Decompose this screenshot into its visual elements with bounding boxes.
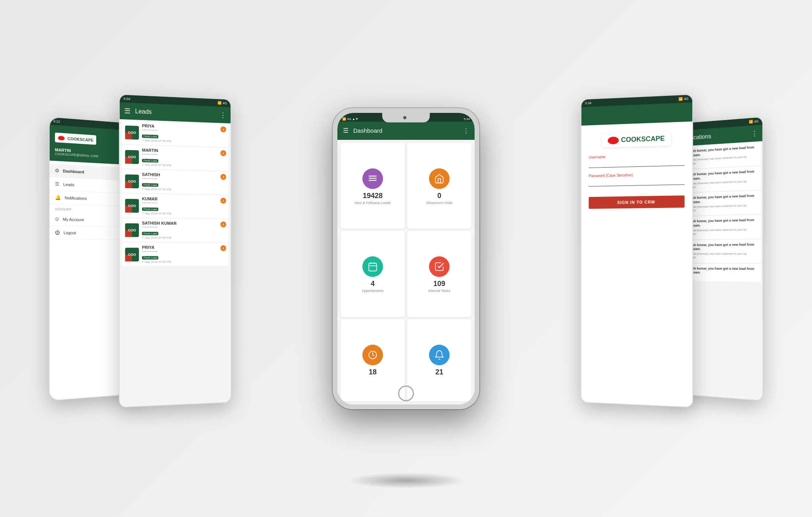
signin-logo-text: COOKSCAPE	[621, 134, 665, 144]
lead-badge-2: 4	[220, 174, 226, 179]
lead-info-1: MARTIN •••••••••• Fresh Lead 7 Sep 2018 …	[142, 147, 226, 168]
phone-center-inner: 📶 4G ▲▼ 5:34 ☰ Dashboard ⋮ 19428 New	[337, 113, 475, 404]
phone-notch	[382, 113, 430, 122]
leads-title: Leads	[135, 108, 220, 118]
myaccount-icon: ⊙	[55, 216, 59, 221]
lead-badge-5: 4	[220, 245, 226, 251]
dashboard-grid: 19428 New & Followup Leads 0 Showroom Vi…	[337, 140, 475, 404]
notif-content-4: Sathish kumar, you have got a new lead f…	[685, 242, 758, 260]
username-line	[589, 158, 685, 168]
lead-item-1[interactable]: COO MARTIN •••••••••• Fresh Lead 7 Sep 2…	[122, 145, 228, 170]
svg-point-3	[370, 176, 370, 176]
phone-signin: 5:34 📶 4G COOKSCAPE Username Password (C…	[581, 93, 693, 407]
dash-tasks-icon	[429, 256, 450, 277]
phone-center-outer: 📶 4G ▲▼ 5:34 ☰ Dashboard ⋮ 19428 New	[333, 108, 479, 409]
signin-body: COOKSCAPE Username Password (Case Sensit…	[581, 121, 692, 217]
dash-card-tasks[interactable]: 109 Internal Tasks	[407, 231, 471, 317]
notif-icon: 🔔	[55, 194, 61, 200]
password-line	[589, 177, 685, 187]
lead-badge-3: 4	[220, 197, 226, 203]
dashboard-menu-icon[interactable]: ☰	[343, 127, 349, 134]
svg-point-5	[370, 180, 370, 181]
notif-content-5: Sathish kumar, you have got a new lead f…	[685, 266, 758, 276]
dash-icon-6	[429, 345, 450, 365]
lead-coo-4: COO	[125, 223, 139, 237]
more-icon[interactable]: ⋮	[220, 111, 226, 119]
password-label: Password (Case Sensitive)	[589, 172, 685, 178]
dash-showroom-icon	[429, 168, 450, 189]
lead-coo-3: COO	[125, 198, 139, 212]
lead-item-2[interactable]: COO SATHISH •••••••••• Fresh Lead 7 Sep …	[122, 169, 228, 194]
center-phone-shadow	[347, 473, 465, 488]
lead-item-3[interactable]: COO KUMAR •••••••••• Fresh Lead 7 Sep 20…	[122, 194, 228, 218]
dashboard-appbar: ☰ Dashboard ⋮	[337, 122, 475, 140]
dash-card-6[interactable]: 21	[407, 319, 471, 401]
lead-coo-5: COO	[125, 247, 139, 261]
logo-text: COOKSCAPE	[67, 136, 94, 142]
dash-appointments-icon	[362, 256, 383, 277]
camera-dot	[403, 116, 406, 119]
signin-logo-oval	[608, 136, 619, 144]
lead-info-5: PRIYA •••••••••• Fresh Lead 7 Sep 2018 0…	[142, 245, 226, 263]
scene: 6:12 📶 4G COOKSCAPE MARTIN COOKSCAPE@GMA…	[29, 41, 783, 477]
notif-content-0: Sathish kumar, you have got a new lead f…	[685, 145, 758, 166]
dash-card-leads[interactable]: 19428 New & Followup Leads	[341, 143, 405, 229]
notif-more-icon[interactable]: ⋮	[751, 129, 758, 137]
svg-point-4	[370, 178, 370, 179]
lead-item-5[interactable]: COO PRIYA •••••••••• Fresh Lead 7 Sep 20…	[122, 242, 228, 266]
leads-list: COO PRIYA •••••••••• Fresh Lead 7 Sep 20…	[120, 119, 231, 406]
logout-icon: ⏻	[55, 229, 60, 235]
signin-screen: 5:34 📶 4G COOKSCAPE Username Password (C…	[581, 94, 692, 406]
lead-item-4[interactable]: COO SATHISH KUMAR •••••••••• Fresh Lead …	[122, 218, 228, 242]
dashboard-screen: 📶 4G ▲▼ 5:34 ☰ Dashboard ⋮ 19428 New	[337, 113, 475, 404]
lead-info-4: SATHISH KUMAR •••••••••• Fresh Lead 7 Se…	[142, 221, 226, 240]
lead-coo-0: COO	[125, 125, 139, 139]
lead-coo-1: COO	[125, 149, 139, 164]
dash-card-appointments[interactable]: 4 Appointments	[341, 231, 405, 317]
lead-coo-2: COO	[125, 174, 139, 188]
lead-item-0[interactable]: COO PRIYA •••••••••• Fresh Lead 7 Sep 20…	[122, 120, 228, 147]
svg-rect-6	[369, 263, 377, 271]
dashboard-title: Dashboard	[353, 127, 463, 134]
notif-content-3: Sathish kumar, you have got a new lead f…	[685, 218, 758, 236]
notif-content-2: Sathish kumar, you have got a new lead f…	[685, 194, 758, 213]
leads-icon: ☰	[55, 181, 59, 187]
leads-screen: 6:04 📶 4G ☰ Leads ⋮ COO PRIYA ••••••••••…	[120, 94, 231, 406]
menu-logo: COOKSCAPE	[55, 132, 96, 145]
lead-info-0: PRIYA •••••••••• Fresh Lead 7 Sep 2018 0…	[142, 123, 226, 145]
dashboard-icon: ⊙	[55, 168, 59, 174]
signin-logo: COOKSCAPE	[602, 131, 671, 147]
lead-badge-4: 4	[220, 221, 226, 227]
hamburger-icon[interactable]: ☰	[124, 107, 131, 115]
dash-icon-5	[362, 345, 383, 365]
notif-content-1: Sathish kumar, you have got a new lead f…	[685, 169, 758, 189]
home-button[interactable]	[398, 385, 414, 401]
phone-leads: 6:04 📶 4G ☰ Leads ⋮ COO PRIYA ••••••••••…	[119, 93, 232, 407]
dash-card-5[interactable]: 18	[341, 319, 405, 401]
dash-leads-icon	[362, 168, 383, 189]
dash-card-showroom[interactable]: 0 Showroom Visits	[407, 143, 471, 229]
dashboard-more-icon[interactable]: ⋮	[463, 127, 469, 134]
lead-badge-0: 4	[220, 126, 226, 132]
signin-button[interactable]: SIGN IN TO CRM	[589, 195, 685, 209]
lead-badge-1: 4	[220, 150, 226, 156]
lead-info-3: KUMAR •••••••••• Fresh Lead 7 Sep 2018 0…	[142, 196, 226, 216]
logo-oval	[58, 135, 65, 140]
lead-info-2: SATHISH •••••••••• Fresh Lead 7 Sep 2018…	[142, 172, 226, 192]
